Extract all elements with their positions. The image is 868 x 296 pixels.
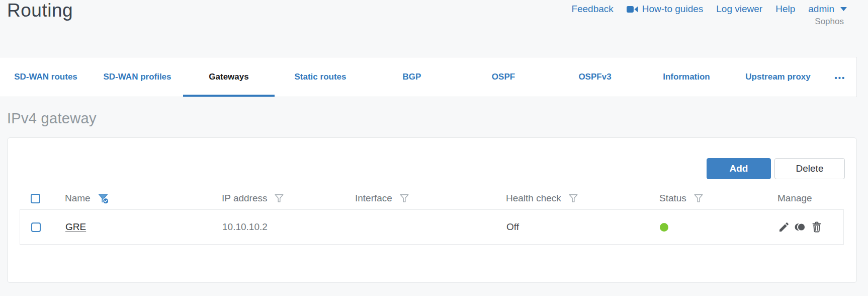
clone-icon[interactable]: [794, 221, 807, 233]
top-nav: Feedback How-to guides Log viewer Help a…: [571, 4, 847, 15]
page-header: Routing Feedback How-to guides Log viewe…: [0, 0, 857, 57]
video-camera-icon: [627, 6, 638, 13]
cell-name: GRE: [51, 221, 212, 233]
table-row: GRE 10.10.10.2 Off: [20, 210, 843, 244]
filter-icon[interactable]: [399, 193, 410, 204]
tab-static-routes[interactable]: Static routes: [275, 57, 366, 97]
status-up-indicator: [660, 223, 668, 232]
tab-sdwan-routes[interactable]: SD-WAN routes: [0, 57, 92, 97]
column-header-interface: Interface: [348, 193, 498, 204]
filter-icon[interactable]: [693, 193, 704, 204]
log-viewer-link[interactable]: Log viewer: [716, 4, 762, 15]
column-header-status: Status: [649, 193, 770, 204]
add-button[interactable]: Add: [707, 158, 771, 179]
feedback-link[interactable]: Feedback: [571, 4, 613, 15]
help-link[interactable]: Help: [775, 4, 795, 15]
filter-icon[interactable]: [274, 193, 285, 204]
gateway-table: Name IP address: [20, 187, 844, 245]
row-checkbox-cell: [20, 223, 51, 232]
howto-guides-link[interactable]: How-to guides: [627, 4, 703, 15]
tab-ospfv3[interactable]: OSPFv3: [549, 57, 641, 97]
ipv4-gateway-panel: Add Delete Name: [7, 137, 857, 283]
column-header-name: Name: [51, 192, 212, 204]
header-checkbox-cell: [20, 194, 51, 203]
manage-actions: [778, 221, 823, 233]
column-header-manage: Manage: [770, 193, 844, 204]
filter-icon[interactable]: [568, 193, 579, 204]
cell-manage: [770, 221, 843, 233]
admin-menu[interactable]: admin: [808, 4, 847, 15]
tab-bar: SD-WAN routes SD-WAN profiles Gateways S…: [0, 57, 857, 97]
vendor-label: Sophos: [815, 17, 844, 27]
tab-sdwan-profiles[interactable]: SD-WAN profiles: [92, 57, 183, 97]
trash-icon[interactable]: [811, 221, 823, 233]
cell-health-check: Off: [499, 221, 650, 233]
select-all-checkbox[interactable]: [31, 194, 40, 203]
cell-ip-address: 10.10.10.2: [212, 221, 348, 233]
table-body: GRE 10.10.10.2 Off: [20, 210, 844, 245]
column-header-health-check: Health check: [498, 193, 649, 204]
cell-status: [650, 223, 770, 232]
column-header-ip-address: IP address: [212, 193, 348, 204]
tab-gateways[interactable]: Gateways: [183, 57, 275, 97]
page-title: Routing: [7, 0, 73, 21]
section-title: IPv4 gateway: [7, 110, 857, 127]
delete-button[interactable]: Delete: [774, 158, 845, 179]
row-checkbox[interactable]: [31, 223, 41, 232]
filter-active-icon[interactable]: [97, 192, 109, 204]
tab-bgp[interactable]: BGP: [366, 57, 458, 97]
toolbar: Add Delete: [707, 158, 845, 179]
tabs-overflow-button[interactable]: •••: [824, 57, 856, 97]
chevron-down-icon: [840, 7, 847, 11]
table-header-row: Name IP address: [20, 187, 844, 210]
gateway-name-link[interactable]: GRE: [65, 221, 86, 233]
tab-ospf[interactable]: OSPF: [458, 57, 549, 97]
tab-information[interactable]: Information: [641, 57, 732, 97]
tab-upstream-proxy[interactable]: Upstream proxy: [732, 57, 824, 97]
edit-icon[interactable]: [778, 221, 790, 233]
